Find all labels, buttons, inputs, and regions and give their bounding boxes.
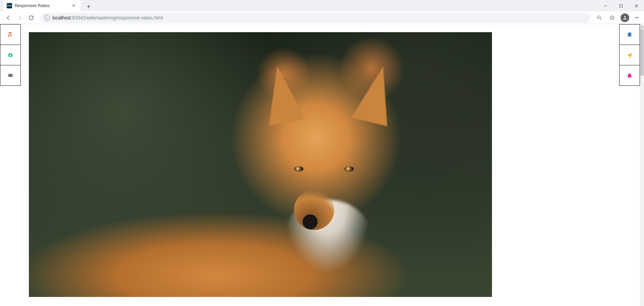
- scrollbar-thumb[interactable]: [640, 29, 644, 76]
- back-button[interactable]: [3, 12, 14, 23]
- camera-icon[interactable]: [0, 45, 21, 65]
- profile-avatar[interactable]: [619, 12, 631, 23]
- right-icon-column: [619, 24, 640, 86]
- site-info-icon[interactable]: i: [44, 15, 50, 20]
- address-bar[interactable]: i localhost:63342/webmastering/responsiv…: [40, 13, 590, 23]
- maximize-button[interactable]: [613, 0, 629, 11]
- svg-point-2: [10, 54, 11, 56]
- tab-title: Responsive Ratios: [15, 3, 71, 8]
- browser-menu-button[interactable]: [632, 12, 641, 23]
- svg-rect-5: [12, 74, 13, 77]
- music-icon[interactable]: [0, 24, 21, 45]
- active-tab[interactable]: WS Responsive Ratios ×: [3, 0, 81, 11]
- svg-rect-7: [631, 33, 631, 36]
- toolbar-right: [594, 12, 641, 23]
- svg-rect-4: [8, 74, 9, 77]
- minimize-button[interactable]: [598, 0, 613, 11]
- new-tab-button[interactable]: +: [84, 2, 93, 11]
- hero-image: [29, 32, 492, 297]
- scroll-up-icon[interactable]: [640, 24, 644, 29]
- svg-rect-6: [628, 33, 629, 36]
- bookmark-star-icon[interactable]: [606, 12, 618, 23]
- bag-icon[interactable]: [619, 65, 640, 86]
- reload-button[interactable]: [26, 12, 37, 23]
- plane-icon[interactable]: [619, 45, 640, 65]
- close-tab-icon[interactable]: ×: [71, 3, 76, 8]
- film-icon[interactable]: [0, 65, 21, 86]
- left-icon-column: [0, 24, 21, 86]
- page-viewport: [0, 24, 644, 306]
- browser-toolbar: i localhost:63342/webmastering/responsiv…: [0, 11, 644, 24]
- url-host: localhost: [52, 15, 71, 20]
- url-path: :63342/webmastering/responsive-ratios.ht…: [71, 15, 163, 20]
- tab-favicon: WS: [7, 3, 12, 8]
- browser-chrome: WS Responsive Ratios × + i: [0, 0, 644, 24]
- window-controls: [598, 0, 644, 11]
- svg-rect-0: [620, 4, 622, 7]
- suitcase-icon[interactable]: [619, 24, 640, 45]
- vertical-scrollbar[interactable]: [640, 24, 644, 306]
- avatar-icon: [621, 13, 629, 22]
- zoom-icon[interactable]: [594, 12, 605, 23]
- close-window-button[interactable]: [629, 0, 644, 11]
- forward-button[interactable]: [14, 12, 26, 23]
- tabstrip: WS Responsive Ratios × +: [0, 0, 644, 11]
- url-display: localhost:63342/webmastering/responsive-…: [52, 15, 163, 20]
